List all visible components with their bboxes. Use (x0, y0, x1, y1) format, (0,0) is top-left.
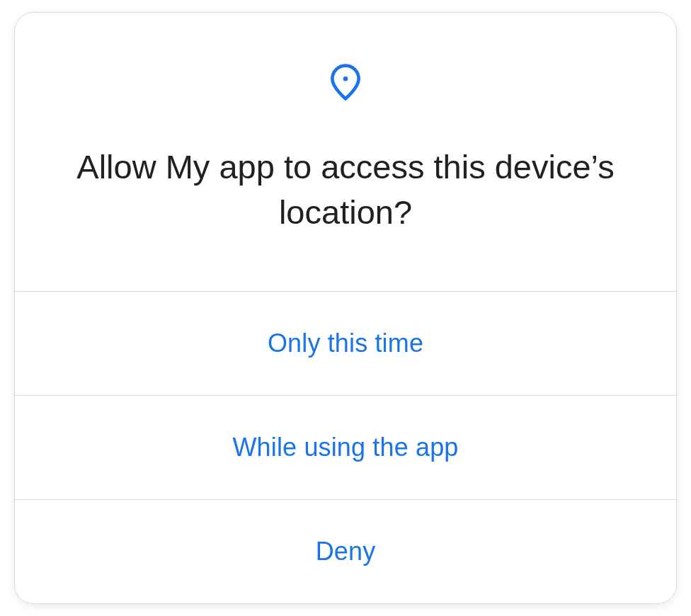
dialog-title: Allow My app to access this device’s loc… (57, 144, 634, 234)
dialog-header: Allow My app to access this device’s loc… (15, 13, 676, 291)
only-this-time-button[interactable]: Only this time (15, 291, 676, 395)
location-pin-icon (57, 62, 634, 102)
prompt-suffix: to access this device’s location? (275, 148, 615, 230)
deny-button[interactable]: Deny (15, 499, 676, 603)
svg-point-0 (343, 76, 348, 81)
while-using-app-button[interactable]: While using the app (15, 395, 676, 499)
permission-dialog: Allow My app to access this device’s loc… (14, 12, 677, 604)
app-name: My app (166, 148, 275, 186)
prompt-prefix: Allow (76, 148, 165, 186)
